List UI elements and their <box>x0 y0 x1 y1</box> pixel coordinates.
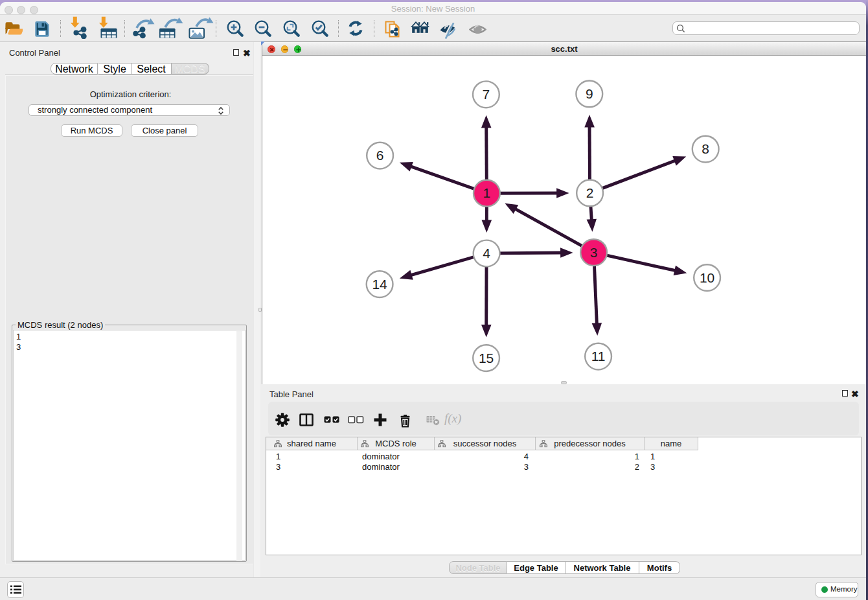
svg-text:6: 6 <box>376 148 384 163</box>
svg-text:9: 9 <box>586 86 593 101</box>
svg-text:15: 15 <box>479 351 494 365</box>
svg-text:2: 2 <box>586 185 594 200</box>
svg-text:1: 1 <box>483 185 491 200</box>
svg-text:7: 7 <box>483 87 490 102</box>
svg-text:10: 10 <box>700 270 714 285</box>
svg-text:11: 11 <box>591 349 606 363</box>
svg-text:4: 4 <box>483 246 490 260</box>
svg-text:3: 3 <box>590 245 598 260</box>
svg-text:14: 14 <box>372 277 387 292</box>
svg-text:8: 8 <box>702 141 709 156</box>
